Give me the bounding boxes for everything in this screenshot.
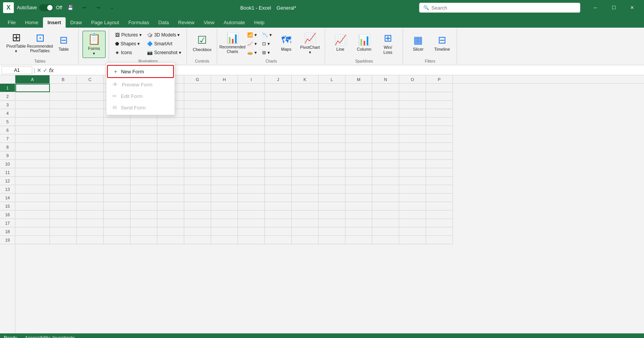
cell-O17[interactable] bbox=[399, 219, 426, 227]
cell-J11[interactable] bbox=[265, 168, 292, 177]
cell-K16[interactable] bbox=[292, 210, 319, 219]
recommended-charts-button[interactable]: 📊 RecommendedCharts bbox=[221, 31, 244, 56]
confirm-icon[interactable]: ✓ bbox=[43, 67, 48, 73]
cell-N9[interactable] bbox=[372, 151, 399, 160]
cell-L9[interactable] bbox=[319, 151, 345, 160]
cell-B15[interactable] bbox=[50, 202, 77, 210]
cell-A16[interactable] bbox=[15, 210, 50, 219]
save-icon[interactable]: 💾 bbox=[65, 2, 76, 13]
cell-G6[interactable] bbox=[184, 126, 211, 134]
cell-O12[interactable] bbox=[399, 177, 426, 185]
cell-I11[interactable] bbox=[238, 168, 265, 177]
cell-A15[interactable] bbox=[15, 202, 50, 210]
cell-A13[interactable] bbox=[15, 185, 50, 194]
cell-L8[interactable] bbox=[319, 143, 345, 151]
row-number-4[interactable]: 4 bbox=[0, 109, 15, 118]
row-number-8[interactable]: 8 bbox=[0, 143, 15, 151]
cell-I7[interactable] bbox=[238, 134, 265, 143]
cell-O10[interactable] bbox=[399, 160, 426, 168]
cell-L1[interactable] bbox=[319, 84, 345, 92]
restore-button[interactable]: ☐ bbox=[605, 0, 623, 15]
tab-draw[interactable]: Draw bbox=[66, 17, 86, 28]
redo-icon[interactable]: ↪ bbox=[93, 2, 104, 13]
cell-O9[interactable] bbox=[399, 151, 426, 160]
cell-B12[interactable] bbox=[50, 177, 77, 185]
cell-E9[interactable] bbox=[130, 151, 157, 160]
cell-O14[interactable] bbox=[399, 194, 426, 202]
tab-data[interactable]: Data bbox=[154, 17, 173, 28]
close-button[interactable]: ✕ bbox=[623, 0, 641, 15]
cell-A10[interactable] bbox=[15, 160, 50, 168]
slicer-button[interactable]: ▦ Slicer bbox=[407, 31, 430, 55]
cell-K4[interactable] bbox=[292, 109, 319, 118]
search-input[interactable] bbox=[431, 5, 576, 11]
cell-P16[interactable] bbox=[426, 210, 453, 219]
cell-I15[interactable] bbox=[238, 202, 265, 210]
cell-G16[interactable] bbox=[184, 210, 211, 219]
cell-D14[interactable] bbox=[104, 194, 130, 202]
col-header-k[interactable]: K bbox=[292, 75, 319, 83]
shapes-button[interactable]: ⬟ Shapes ▾ bbox=[113, 40, 144, 48]
col-header-m[interactable]: M bbox=[345, 75, 372, 83]
cell-P5[interactable] bbox=[426, 118, 453, 126]
cell-H1[interactable] bbox=[211, 84, 238, 92]
cell-D12[interactable] bbox=[104, 177, 130, 185]
cell-B8[interactable] bbox=[50, 143, 77, 151]
name-box[interactable] bbox=[2, 66, 32, 74]
cell-N13[interactable] bbox=[372, 185, 399, 194]
cell-N19[interactable] bbox=[372, 236, 399, 244]
col-header-c[interactable]: C bbox=[77, 75, 104, 83]
cell-I1[interactable] bbox=[238, 84, 265, 92]
cell-H8[interactable] bbox=[211, 143, 238, 151]
cell-J14[interactable] bbox=[265, 194, 292, 202]
cell-D5[interactable] bbox=[104, 118, 130, 126]
cell-B17[interactable] bbox=[50, 219, 77, 227]
row-number-15[interactable]: 15 bbox=[0, 202, 15, 210]
cell-B7[interactable] bbox=[50, 134, 77, 143]
cell-D18[interactable] bbox=[104, 227, 130, 236]
cell-C9[interactable] bbox=[77, 151, 104, 160]
cell-G2[interactable] bbox=[184, 92, 211, 101]
cell-J18[interactable] bbox=[265, 227, 292, 236]
cell-C11[interactable] bbox=[77, 168, 104, 177]
cell-I4[interactable] bbox=[238, 109, 265, 118]
checkbox-button[interactable]: ☑ Checkbox bbox=[191, 31, 214, 55]
cell-C14[interactable] bbox=[77, 194, 104, 202]
cell-O6[interactable] bbox=[399, 126, 426, 134]
cell-N3[interactable] bbox=[372, 101, 399, 109]
cell-C16[interactable] bbox=[77, 210, 104, 219]
cell-A14[interactable] bbox=[15, 194, 50, 202]
recommended-pivot-button[interactable]: ⊡ RecommendedPivotTables bbox=[28, 31, 51, 55]
cell-P1[interactable] bbox=[426, 84, 453, 92]
cell-K18[interactable] bbox=[292, 227, 319, 236]
cell-G14[interactable] bbox=[184, 194, 211, 202]
cell-J13[interactable] bbox=[265, 185, 292, 194]
cell-C1[interactable] bbox=[77, 84, 104, 92]
cell-G5[interactable] bbox=[184, 118, 211, 126]
column-spark-button[interactable]: 📊 Column bbox=[353, 31, 376, 55]
cell-H15[interactable] bbox=[211, 202, 238, 210]
more-charts-button[interactable]: ⊞ ▾ bbox=[260, 48, 274, 57]
cell-J15[interactable] bbox=[265, 202, 292, 210]
cell-J9[interactable] bbox=[265, 151, 292, 160]
cell-L13[interactable] bbox=[319, 185, 345, 194]
cell-N7[interactable] bbox=[372, 134, 399, 143]
cell-P8[interactable] bbox=[426, 143, 453, 151]
col-header-n[interactable]: N bbox=[372, 75, 399, 83]
3d-models-button[interactable]: 🎲 3D Models ▾ bbox=[145, 31, 183, 39]
cell-E16[interactable] bbox=[130, 210, 157, 219]
cell-C18[interactable] bbox=[77, 227, 104, 236]
cell-N5[interactable] bbox=[372, 118, 399, 126]
cell-O8[interactable] bbox=[399, 143, 426, 151]
cell-J7[interactable] bbox=[265, 134, 292, 143]
cell-G10[interactable] bbox=[184, 160, 211, 168]
tab-help[interactable]: Help bbox=[249, 17, 269, 28]
cell-H10[interactable] bbox=[211, 160, 238, 168]
tab-review[interactable]: Review bbox=[173, 17, 199, 28]
cell-G12[interactable] bbox=[184, 177, 211, 185]
cell-E14[interactable] bbox=[130, 194, 157, 202]
cell-F15[interactable] bbox=[157, 202, 184, 210]
col-header-g[interactable]: G bbox=[184, 75, 211, 83]
cell-I12[interactable] bbox=[238, 177, 265, 185]
cell-A7[interactable] bbox=[15, 134, 50, 143]
